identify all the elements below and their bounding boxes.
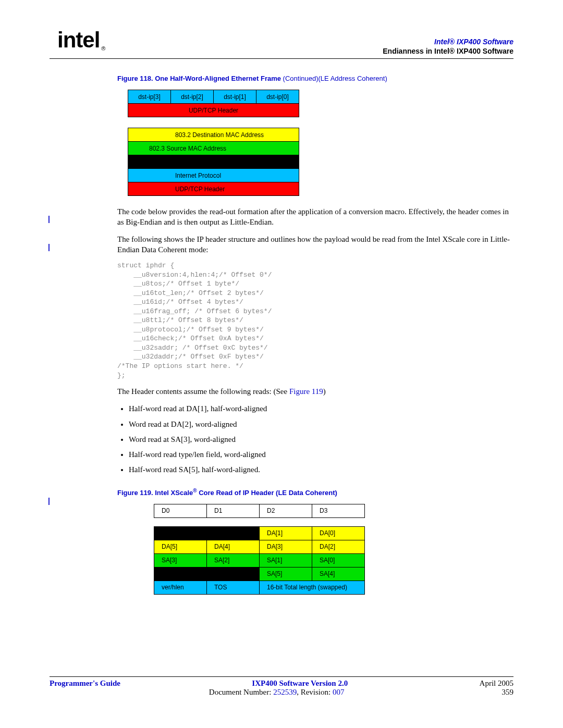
list-item: Half-word read at DA[1], half-word-align… (129, 403, 513, 415)
figure-119-link[interactable]: Figure 119 (289, 387, 323, 396)
header-title: Intel® IXP400 Software (50, 38, 513, 46)
change-bar: | (48, 215, 50, 223)
figure-119-header-table: D0 D1 D2 D3 (154, 504, 365, 518)
footer-date: April 2005 (480, 679, 513, 688)
table-cell: 802.3 Source MAC Address (128, 142, 299, 155)
table-cell (207, 567, 260, 581)
table-cell: SA[5] (260, 567, 312, 581)
code-block: struct iphdr { __u8version:4,hlen:4;/* O… (117, 261, 513, 380)
paragraph-2: The following shows the IP header struct… (117, 234, 513, 255)
table-cell: UDP/TCP Header (128, 182, 299, 196)
table-cell: DA[0] (312, 526, 365, 540)
table-cell: D3 (312, 504, 365, 517)
bullet-list: Half-word read at DA[1], half-word-align… (117, 403, 513, 476)
figure-119-caption: Figure 119. Intel XScale® Core Read of I… (117, 488, 513, 497)
table-cell: SA[1] (260, 553, 312, 567)
table-cell: 16-bit Total length (swapped) (260, 581, 365, 594)
figure-118-caption: Figure 118. One Half-Word-Aligned Ethern… (117, 75, 513, 82)
footer-center: IXP400 Software Version 2.0 (252, 679, 348, 688)
table-cell (154, 526, 207, 540)
figure-119-data-table: DA[1] DA[0] DA[5] DA[4] DA[3] DA[2] SA[3… (154, 526, 365, 595)
table-cell (128, 155, 299, 169)
footer-left: Programmer's Guide (50, 679, 120, 688)
paragraph-3: The Header contents assume the following… (117, 386, 513, 397)
list-item: Word read at DA[2], word-aligned (129, 418, 513, 430)
table-cell: SA[0] (312, 553, 365, 567)
table-cell: SA[3] (154, 553, 207, 567)
table-cell: DA[1] (260, 526, 312, 540)
list-item: Word read at SA[3], word-aligned (129, 434, 513, 446)
table-cell: SA[4] (312, 567, 365, 581)
table-cell: DA[2] (312, 540, 365, 553)
intel-logo: intel® (57, 30, 103, 50)
table-cell: dst-ip[1] (214, 90, 256, 104)
table-cell: TOS (207, 581, 260, 594)
table-cell: 803.2 Destination MAC Address (128, 128, 299, 142)
table-cell: dst-ip[3] (128, 90, 171, 104)
logo-text: intel (57, 28, 100, 52)
table-cell: UDP/TCP Header (128, 104, 299, 117)
registered-mark: ® (101, 45, 105, 52)
list-item: Half-word read SA[5], half-word-aligned. (129, 464, 513, 476)
header-subtitle: Endianness in Intel® IXP400 Software (50, 47, 513, 55)
table-cell: dst-ip[2] (171, 90, 214, 104)
table-cell: DA[4] (207, 540, 260, 553)
page-footer: Programmer's Guide IXP400 Software Versi… (50, 676, 513, 697)
page-number: 359 (501, 688, 513, 697)
table-cell: D2 (260, 504, 312, 517)
table-cell: dst-ip[0] (256, 90, 299, 104)
table-cell: DA[3] (260, 540, 312, 553)
list-item: Half-word read type/len field, word-alig… (129, 449, 513, 461)
table-cell: ver/hlen (154, 581, 207, 594)
table-cell: SA[2] (207, 553, 260, 567)
figure-118-table-bottom: 803.2 Destination MAC Address 802.3 Sour… (128, 128, 299, 196)
table-cell (207, 526, 260, 540)
figure-118-table-top: dst-ip[3] dst-ip[2] dst-ip[1] dst-ip[0] … (128, 90, 299, 117)
change-bar: | (48, 243, 50, 251)
change-bar: | (48, 497, 50, 505)
table-cell (154, 567, 207, 581)
header-rule (50, 58, 513, 59)
footer-doc: Document Number: 252539, Revision: 007 (209, 688, 345, 697)
table-cell: DA[5] (154, 540, 207, 553)
table-cell: D1 (207, 504, 260, 517)
paragraph-1: The code below provides the read-out for… (117, 206, 513, 228)
table-cell: D0 (154, 504, 207, 517)
table-cell: Internet Protocol (128, 169, 299, 182)
